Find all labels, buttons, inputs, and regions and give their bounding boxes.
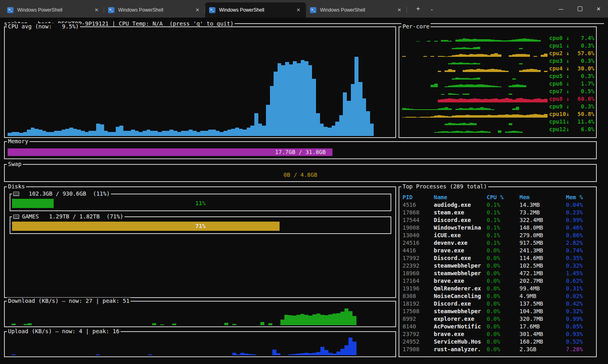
column-header: Name (434, 194, 487, 201)
process-cell: 0.23% (566, 209, 594, 216)
chart-bar (340, 349, 344, 355)
process-cell: 0.31% (566, 285, 594, 292)
chart-bar (427, 117, 431, 118)
chart-bar (469, 84, 473, 87)
chart-bar (530, 100, 534, 102)
process-cell: 104.3MB (519, 308, 566, 315)
chart-bar (463, 63, 466, 64)
chart-bar (477, 69, 480, 72)
chart-bar (441, 56, 445, 57)
chart-bar (328, 353, 332, 355)
chart-bar (519, 70, 523, 72)
chart-bar (455, 94, 459, 95)
chart-bar (243, 130, 247, 136)
chart-bar (484, 115, 487, 118)
chart-bar (431, 85, 434, 87)
chart-bar (512, 131, 516, 133)
process-cell: 99.4MB (519, 285, 566, 292)
chart-bar (81, 131, 85, 136)
chart-bar (473, 115, 477, 118)
chart-bar (173, 131, 177, 136)
chart-bar (473, 108, 477, 110)
chart-bar (477, 39, 480, 42)
chart-bar (189, 130, 193, 136)
disks-panel: Disks 102.3GB / 930.6GB (11%) 11% GAMES … (4, 186, 396, 298)
chart-bar (469, 54, 473, 57)
swap-gauge-label: 0B / 4.8GB (8, 171, 593, 179)
maximize-button[interactable] (570, 0, 589, 18)
chart-bar (15, 132, 19, 136)
chart-bar (509, 131, 512, 133)
chart-bar (484, 108, 487, 110)
chart-bar (530, 114, 534, 118)
chart-bar (370, 124, 374, 136)
tab-dropdown-button[interactable]: ⌄ (426, 6, 437, 12)
process-cell: 17.6MB (519, 323, 566, 330)
chart-bar (519, 98, 523, 102)
chart-bar (523, 99, 526, 102)
chart-bar (498, 115, 501, 118)
chart-bar (162, 131, 166, 136)
core-sparkline (402, 35, 548, 42)
process-cell: brave.exe (434, 277, 487, 285)
chart-bar (523, 85, 526, 87)
chart-bar (466, 115, 469, 118)
chart-bar (473, 54, 477, 57)
chart-bar (89, 131, 93, 136)
chart-bar (339, 115, 343, 136)
chart-bar (544, 54, 548, 57)
chart-bar (494, 86, 498, 87)
chart-bar (235, 128, 239, 136)
chart-bar (343, 92, 347, 136)
chart-bar (441, 40, 445, 42)
chart-bar (452, 70, 455, 72)
tab-close-icon[interactable]: ✕ (93, 7, 100, 13)
chart-bar (448, 108, 452, 110)
chart-bar (505, 132, 509, 133)
chart-bar (491, 69, 494, 72)
chart-bar (455, 63, 459, 64)
chart-bar (147, 130, 151, 136)
chart-bar (348, 338, 352, 355)
disk-games-text: GAMES 1.29TB / 1.82TB (71%) (22, 213, 123, 220)
process-cell: 14.3MB (519, 201, 566, 209)
minimize-button[interactable]: — (552, 0, 570, 18)
chart-bar (519, 39, 523, 42)
chart-bar (512, 54, 516, 57)
chart-bar (484, 131, 487, 133)
close-button[interactable]: ✕ (589, 0, 608, 18)
tab-2[interactable]: >_Windows PowerShell✕ (104, 2, 205, 18)
chart-bar (434, 41, 438, 42)
tab-close-icon[interactable]: ✕ (396, 7, 403, 13)
tab-3[interactable]: >_Windows PowerShell✕ (205, 2, 306, 18)
chart-bar (494, 69, 498, 72)
chart-bar (148, 354, 152, 355)
per-core-rows: cpu0 ↓ 7.4%cpu1 ↓ 0.3%cpu2 ↓57.6%cpu3 ↓ … (402, 34, 594, 136)
chart-bar (227, 130, 232, 136)
chart-bar (280, 320, 284, 325)
chart-bar (452, 78, 455, 80)
chart-bar (466, 70, 469, 72)
chart-bar (402, 108, 406, 110)
chart-bar (519, 115, 523, 118)
chart-bar (512, 100, 516, 102)
tab-close-icon[interactable]: ✕ (194, 7, 201, 13)
chart-bar (487, 39, 491, 42)
disk-games-percent: 71% (12, 222, 389, 231)
chart-bar (516, 98, 519, 102)
new-tab-button[interactable]: + (413, 5, 424, 13)
chart-bar (250, 126, 254, 136)
chart-bar (12, 324, 16, 325)
chart-bar (484, 39, 487, 42)
chart-bar (406, 117, 409, 118)
chart-bar (268, 323, 272, 325)
tab-4[interactable]: >_Windows PowerShell✕ (306, 2, 407, 18)
chart-bar (455, 85, 459, 87)
chart-bar (501, 115, 505, 118)
tab-1[interactable]: >_Windows PowerShell✕ (3, 2, 104, 18)
tab-close-icon[interactable]: ✕ (295, 7, 302, 13)
core-usage-value: 7.4% (578, 34, 594, 42)
chart-bar (441, 108, 445, 110)
chart-bar (466, 124, 469, 125)
process-cell: 1.45% (566, 270, 594, 277)
